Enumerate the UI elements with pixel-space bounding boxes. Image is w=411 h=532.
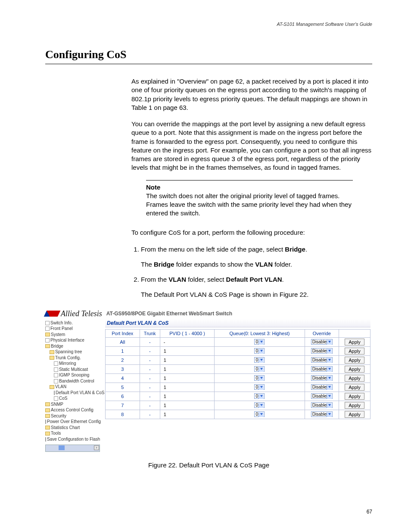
- cell-apply: Apply: [339, 373, 371, 383]
- nav-item[interactable]: Statistics Chart: [45, 425, 99, 431]
- folder-icon: [45, 414, 50, 418]
- nav-item[interactable]: Bandwidth Control: [45, 378, 99, 384]
- queue-select[interactable]: 0: [254, 339, 265, 345]
- queue-select[interactable]: 0: [254, 411, 265, 417]
- apply-button[interactable]: Apply: [345, 393, 364, 400]
- apply-button[interactable]: Apply: [345, 402, 364, 409]
- col-apply: [339, 329, 371, 337]
- col-override: Override: [305, 329, 339, 337]
- table-row: 7-10DisableApply: [106, 401, 371, 410]
- note-label: Note: [146, 183, 353, 192]
- table-row: All--0DisableApply: [106, 337, 371, 346]
- document-icon: [54, 391, 55, 395]
- queue-select[interactable]: 0: [254, 366, 265, 372]
- override-select[interactable]: Disable: [311, 402, 333, 408]
- apply-button[interactable]: Apply: [345, 375, 364, 382]
- scroll-thumb[interactable]: [59, 445, 65, 450]
- folder-icon: [45, 432, 50, 436]
- folder-icon: [50, 350, 54, 354]
- folder-icon: [45, 426, 50, 429]
- cell-pvid[interactable]: 1: [160, 364, 214, 373]
- scroll-right-arrow-icon[interactable]: ›: [94, 445, 99, 450]
- apply-button[interactable]: Apply: [345, 384, 364, 391]
- override-select[interactable]: Disable: [311, 348, 333, 354]
- apply-button[interactable]: Apply: [345, 348, 364, 355]
- nav-item-label: Mirroring: [59, 361, 76, 367]
- chevron-down-icon: [328, 359, 331, 361]
- nav-tree[interactable]: Switch Info.Front PanelSystemPhysical In…: [45, 319, 99, 443]
- queue-select[interactable]: 0: [254, 348, 265, 354]
- document-icon: [54, 396, 58, 401]
- cell-apply: Apply: [339, 392, 371, 401]
- nav-item[interactable]: Physical Interface: [45, 337, 99, 343]
- cell-trunk: -: [140, 392, 160, 401]
- nav-item[interactable]: IGMP Snooping: [45, 372, 99, 378]
- override-select[interactable]: Disable: [311, 411, 333, 417]
- apply-button[interactable]: Apply: [345, 411, 364, 418]
- cell-pvid[interactable]: 1: [160, 401, 214, 410]
- col-queue: Queue(0: Lowest 3: Highest): [215, 329, 305, 337]
- nav-item[interactable]: SNMP: [45, 401, 99, 408]
- nav-item[interactable]: VLAN: [45, 384, 99, 390]
- nav-item-label: Static Multicast: [59, 367, 88, 373]
- cell-override: Disable: [305, 392, 339, 401]
- nav-item[interactable]: Front Panel: [45, 326, 99, 332]
- nav-item[interactable]: Power Over Ethernet Config: [45, 419, 99, 425]
- nav-item[interactable]: Tools: [45, 430, 99, 436]
- cell-queue: 0: [215, 364, 305, 373]
- cell-pvid[interactable]: 1: [160, 355, 214, 364]
- nav-item[interactable]: Save Configuration to Flash: [45, 436, 99, 442]
- nav-item-label: SNMP: [51, 401, 63, 408]
- nav-item[interactable]: CoS: [45, 395, 99, 401]
- horizontal-scrollbar[interactable]: ›: [45, 445, 100, 452]
- cell-apply: Apply: [339, 401, 371, 410]
- queue-select[interactable]: 0: [254, 384, 265, 390]
- note-block: Note The switch does not alter the origi…: [146, 180, 353, 218]
- cell-pvid[interactable]: 1: [160, 383, 214, 392]
- queue-select[interactable]: 0: [254, 357, 265, 363]
- override-select[interactable]: Disable: [311, 339, 333, 345]
- cell-queue: 0: [215, 410, 305, 419]
- chevron-down-icon: [328, 341, 331, 343]
- nav-item-label: Security: [51, 413, 66, 419]
- queue-select[interactable]: 0: [254, 393, 265, 399]
- nav-item-label: Default Port VLAN & CoS: [56, 390, 104, 396]
- col-port: Port Index: [106, 329, 140, 337]
- nav-item[interactable]: Spanning tree: [45, 349, 99, 355]
- nav-item[interactable]: Access Control Config: [45, 407, 99, 413]
- cell-pvid[interactable]: 1: [160, 392, 214, 401]
- nav-item[interactable]: Bridge: [45, 343, 99, 349]
- cell-override: Disable: [305, 401, 339, 410]
- cell-port: 2: [106, 355, 140, 364]
- apply-button[interactable]: Apply: [345, 339, 364, 345]
- cell-queue: 0: [215, 373, 305, 383]
- nav-item[interactable]: Static Multicast: [45, 367, 99, 373]
- queue-select[interactable]: 0: [254, 375, 265, 381]
- chevron-down-icon: [260, 350, 263, 352]
- nav-item[interactable]: Security: [45, 413, 99, 419]
- override-select[interactable]: Disable: [311, 366, 333, 372]
- cell-pvid[interactable]: 1: [160, 346, 214, 355]
- override-select[interactable]: Disable: [311, 393, 333, 399]
- document-icon: [45, 420, 46, 424]
- nav-item-label: Statistics Chart: [51, 425, 80, 431]
- apply-button[interactable]: Apply: [345, 366, 364, 373]
- nav-item[interactable]: Mirroring: [45, 361, 99, 367]
- override-select[interactable]: Disable: [311, 384, 333, 390]
- nav-item-label: CoS: [59, 395, 67, 401]
- cell-pvid[interactable]: 1: [160, 410, 214, 419]
- apply-button[interactable]: Apply: [345, 357, 364, 364]
- nav-item[interactable]: Switch Info.: [45, 320, 99, 326]
- document-icon: [45, 437, 46, 442]
- nav-item[interactable]: Trunk Config.: [45, 355, 99, 361]
- override-select[interactable]: Disable: [311, 375, 333, 381]
- cell-pvid[interactable]: -: [160, 337, 214, 346]
- override-select[interactable]: Disable: [311, 357, 333, 363]
- cell-trunk: -: [140, 346, 160, 355]
- document-icon: [54, 379, 58, 383]
- nav-item[interactable]: Default Port VLAN & CoS: [45, 390, 99, 396]
- cell-trunk: -: [140, 383, 160, 392]
- cell-pvid[interactable]: 1: [160, 373, 214, 383]
- queue-select[interactable]: 0: [254, 402, 265, 408]
- nav-item[interactable]: System: [45, 332, 99, 338]
